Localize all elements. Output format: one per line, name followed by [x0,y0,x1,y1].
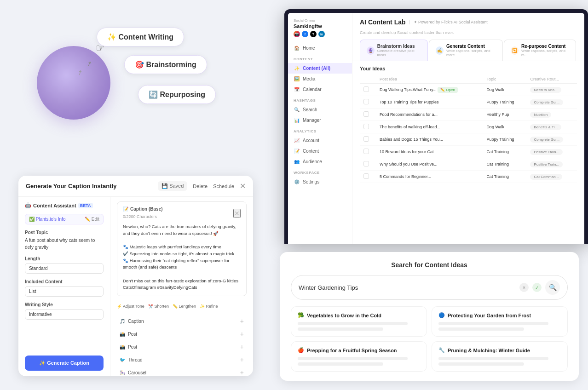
row-title-cell: Dog Walking Tips:What Furry... ✏️ Open [376,84,483,96]
search-submit-button[interactable]: 🔍 [545,280,560,295]
idea-line [438,327,524,331]
included-content-select[interactable]: List [25,286,104,297]
tab-repurpose[interactable]: 🔁 Re-purpose Content Write captions, scr… [504,40,576,61]
sidebar-item-home[interactable]: 🏠 Home [288,43,352,53]
brainstorm-tab-label: Brainstorm Ideas [377,44,421,49]
row-topic: Cat Training [486,162,509,166]
table-row[interactable]: Food Recommendations for a... Healthy Pu… [360,109,577,121]
your-ideas-title: Your Ideas [360,66,577,71]
idea-line [298,327,383,331]
delete-button[interactable]: Delete [193,184,208,189]
idea-line [438,322,548,325]
brainstorming-pill[interactable]: 🎯 Brainstorming [124,55,207,74]
table-row[interactable]: The benefits of walking off-lead... Dog … [360,121,577,133]
content-writing-pill[interactable]: ✨ Content Writing [97,28,184,46]
add-content-type-button[interactable]: + [240,317,244,325]
sidebar-item-account[interactable]: 📈 Account [288,135,352,146]
sidebar-item-manager[interactable]: 📊 Manager [288,115,352,126]
sidebar-item-audience[interactable]: 👥 Audience [288,156,352,167]
add-content-type-button[interactable]: + [240,369,244,376]
row-checkbox[interactable] [363,111,369,117]
idea-card[interactable]: 🍎 Prepping for a Fruitful Spring Season [291,341,427,372]
content-type-item[interactable]: 🐦Thread+ [117,354,247,366]
content-type-item[interactable]: 📸Post+ [117,328,247,340]
idea-line [298,322,408,325]
adjust-tone-button[interactable]: ⚡ Adjust Tone [117,304,144,309]
sidebar-item-content-all[interactable]: ✨ Content (All) [288,63,352,74]
row-topic: Dog Walk [486,125,504,129]
row-checkbox[interactable] [363,124,369,129]
repurposing-pill[interactable]: 🔄 Repurposing [138,85,216,104]
sidebar-item-media[interactable]: 🖼️ Media [288,74,352,84]
table-row[interactable]: 10 Reward Ideas for your Cat Cat Trainin… [360,146,577,158]
idea-card[interactable]: 🔵 Protecting Your Garden from Frost [432,306,568,337]
add-content-type-button[interactable]: + [240,330,244,338]
lengthen-button[interactable]: 📏 Lengthen [173,304,196,309]
calendar-icon: 📅 [294,87,300,92]
tab-generate[interactable]: ✍️ Generate Content Write captions, scri… [429,40,503,61]
sidebar-item-settings[interactable]: ⚙️ Settings [288,177,352,187]
row-checkbox[interactable] [363,149,369,154]
table-row[interactable]: Top 10 Training Tips for Puppies Puppy T… [360,96,577,109]
caption-box: 📝 Caption (Base) 0/2200 Characters ✕ New… [117,201,247,296]
account-icon: 📈 [294,138,300,143]
content-type-item[interactable]: 📸Post+ [117,341,247,353]
add-content-type-button[interactable]: + [240,343,244,350]
search-bar[interactable]: × ✓ 🔍 [291,275,568,300]
shorten-button[interactable]: ✂️ Shorten [148,304,169,309]
search-input[interactable] [299,284,514,291]
idea-line [298,362,383,366]
table-row[interactable]: Dog Walking Tips:What Furry... ✏️ Open D… [360,84,577,96]
save-button[interactable]: 💾 Saved [158,181,187,191]
table-row[interactable]: Why Should you Use Positive... Cat Train… [360,158,577,171]
row-title: The benefits of walking off-lead... [380,125,440,129]
row-checkbox[interactable] [363,161,369,166]
idea-card-lines [298,322,420,331]
app-screenshot: Social Orrmo Samkingftw 📷 f T in 🏠 Home … [284,9,588,244]
instagram-icon: 📷 [294,31,300,37]
writing-style-select[interactable]: Informative [25,309,104,320]
sidebar-item-search[interactable]: 🔍 Search [288,104,352,115]
table-row[interactable]: Babies and Dogs: 15 Things You... Puppy … [360,133,577,146]
caption-generator-body: 🤖 Content Assistant BETA ✅ Plants.io's I… [18,197,253,376]
sidebar-hashtags-section: Hashtags [288,95,352,104]
clear-search-button[interactable]: × [519,283,529,292]
row-status-cell: Complete Gui... [526,96,577,109]
table-row[interactable]: 5 Commands for Beginner... Cat Training … [360,171,577,183]
length-select[interactable]: Standard [25,263,104,274]
caption-left-panel: 🤖 Content Assistant BETA ✅ Plants.io's I… [18,197,110,376]
row-checkbox[interactable] [363,136,369,142]
caption-text: Newton, who? Cats are the true masters o… [123,224,241,291]
row-topic-cell: Puppy Training [483,133,526,146]
idea-card[interactable]: 🔧 Pruning & Mulching: Winter Guide [432,341,568,372]
decorative-orb [37,46,110,120]
content-type-item[interactable]: 🎠Carousel+ [117,367,247,376]
row-checkbox[interactable] [363,99,369,104]
idea-card[interactable]: 🥦 Vegetables to Grow in the Cold [291,306,427,337]
refine-button[interactable]: ✨ Refine [200,304,218,309]
sidebar-item-content-analytics[interactable]: 📝 Content [288,146,352,156]
row-checkbox[interactable] [363,173,369,179]
manager-label: Manager [303,118,321,123]
idea-line [438,357,548,360]
close-button[interactable]: ✕ [240,182,246,190]
row-topic: Cat Training [486,174,509,179]
laptop-screen: Social Orrmo Samkingftw 📷 f T in 🏠 Home … [288,13,584,244]
tab-brainstorm[interactable]: 🔮 Brainstorm Ideas Generate creative pos… [360,40,428,61]
brainstorm-tab-content: Brainstorm Ideas Generate creative post … [377,44,421,57]
audience-icon: 👥 [294,159,300,164]
add-content-type-button[interactable]: + [240,356,244,363]
content-type-item[interactable]: 🎵Caption+ [117,315,247,327]
sidebar-item-calendar[interactable]: 📅 Calendar [288,84,352,95]
schedule-button[interactable]: Schedule [213,184,234,189]
row-title: Top 10 Training Tips for Puppies [380,100,439,104]
generate-caption-button[interactable]: ✨ Generate Caption [25,356,104,371]
repurposing-pill-label: 🔄 Repurposing [149,90,205,99]
caption-icon: 📝 [123,206,128,212]
plants-edit[interactable]: ✏️ Edit [85,217,99,222]
confirm-search-button[interactable]: ✓ [532,283,542,292]
row-checkbox[interactable] [363,86,369,92]
row-title: Food Recommendations for a... [380,112,438,117]
repurpose-tab-icon: 🔁 [511,46,519,55]
caption-close-button[interactable]: ✕ [233,209,241,218]
